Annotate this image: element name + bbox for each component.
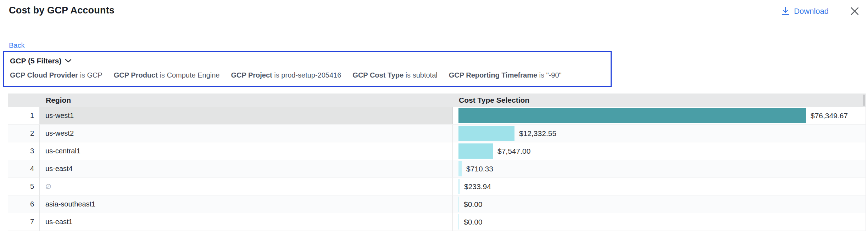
cost-value-label: $7,547.00 [497, 147, 530, 155]
close-icon [850, 6, 859, 16]
table-header-row: Region Cost Type Selection [8, 94, 866, 107]
cost-bar-cell[interactable]: $76,349.67 [453, 107, 866, 125]
region-cell[interactable]: us-central1 [40, 142, 453, 160]
filter-item[interactable]: GCP Product is Compute Engine [114, 71, 220, 79]
close-button[interactable] [849, 6, 860, 17]
table-row: 4 us-east4 $710.33 [8, 160, 866, 178]
table-row: 2 us-west2 $12,332.55 [8, 125, 866, 142]
region-cell[interactable]: us-east1 [40, 213, 453, 231]
table-right-edge [866, 94, 866, 231]
cost-value-label: $710.33 [466, 165, 493, 173]
row-number-cell[interactable]: 6 [8, 196, 40, 213]
cost-value-label: $76,349.67 [811, 112, 848, 120]
cost-bar [458, 179, 460, 194]
region-column-header[interactable]: Region [40, 94, 453, 107]
download-label: Download [794, 7, 829, 16]
filter-item[interactable]: GCP Reporting Timeframe is "-90" [449, 71, 562, 79]
table-row: 7 us-east1 $0.00 [8, 213, 866, 231]
cost-column-header[interactable]: Cost Type Selection [453, 94, 866, 107]
filter-item[interactable]: GCP Cloud Provider is GCP [10, 71, 102, 79]
cost-bar-cell[interactable]: $0.00 [453, 213, 866, 231]
filter-list: GCP Cloud Provider is GCPGCP Product is … [10, 71, 611, 79]
row-number-header [8, 94, 40, 107]
download-icon [781, 7, 790, 16]
chevron-down-icon [65, 59, 72, 63]
cost-value-label: $12,332.55 [519, 129, 556, 138]
row-number-cell[interactable]: 5 [8, 178, 40, 196]
row-number-cell[interactable]: 4 [8, 160, 40, 178]
cost-bar-cell[interactable]: $12,332.55 [453, 125, 866, 142]
back-link[interactable]: Back [9, 41, 24, 50]
header-actions: Download [781, 5, 860, 17]
cost-value-label: $0.00 [464, 218, 483, 226]
cost-bar-cell[interactable]: $7,547.00 [453, 142, 866, 160]
row-number-cell[interactable]: 7 [8, 213, 40, 231]
filter-summary-label: GCP (5 Filters) [10, 57, 61, 65]
cost-bar-cell[interactable]: $710.33 [453, 160, 866, 178]
table-body: 1 us-west1 $76,349.67 2 us-west2 $12,332… [8, 107, 866, 231]
filter-item[interactable]: GCP Cost Type is subtotal [352, 71, 437, 79]
region-cell[interactable]: us-west1 [40, 107, 453, 125]
cost-table: Region Cost Type Selection 1 us-west1 $7… [8, 94, 866, 231]
cost-bar-cell[interactable]: $233.94 [453, 178, 866, 196]
cost-value-label: $0.00 [464, 200, 483, 209]
region-cell[interactable]: asia-southeast1 [40, 196, 453, 213]
cost-by-gcp-accounts-modal: Cost by GCP Accounts Download Back [0, 0, 868, 238]
table-row: 1 us-west1 $76,349.67 [8, 107, 866, 125]
row-number-cell[interactable]: 3 [8, 142, 40, 160]
modal-header: Cost by GCP Accounts Download [0, 0, 868, 17]
region-cell[interactable]: us-west2 [40, 125, 453, 142]
table-row: 6 asia-southeast1 $0.00 [8, 196, 866, 213]
cost-bar [458, 108, 806, 123]
page-title: Cost by GCP Accounts [9, 5, 781, 16]
filter-item[interactable]: GCP Project is prod-setup-205416 [231, 71, 341, 79]
download-button[interactable]: Download [781, 7, 829, 16]
cost-bar [458, 126, 514, 141]
table-row: 5 ∅ $233.94 [8, 178, 866, 196]
cost-bar-cell[interactable]: $0.00 [453, 196, 866, 213]
row-number-cell[interactable]: 2 [8, 125, 40, 142]
cost-bar [458, 143, 493, 159]
cost-bar [458, 214, 459, 230]
filter-summary-toggle[interactable]: GCP (5 Filters) [10, 57, 72, 65]
region-cell[interactable]: ∅ [40, 178, 453, 196]
region-cell[interactable]: us-east4 [40, 160, 453, 178]
row-number-cell[interactable]: 1 [8, 107, 40, 125]
cost-value-label: $233.94 [464, 182, 491, 191]
filters-panel: GCP (5 Filters) GCP Cloud Provider is GC… [3, 51, 612, 87]
cost-bar [458, 161, 462, 176]
table-row: 3 us-central1 $7,547.00 [8, 142, 866, 160]
scrollbar-thumb[interactable] [863, 95, 865, 106]
cost-bar [458, 197, 459, 212]
